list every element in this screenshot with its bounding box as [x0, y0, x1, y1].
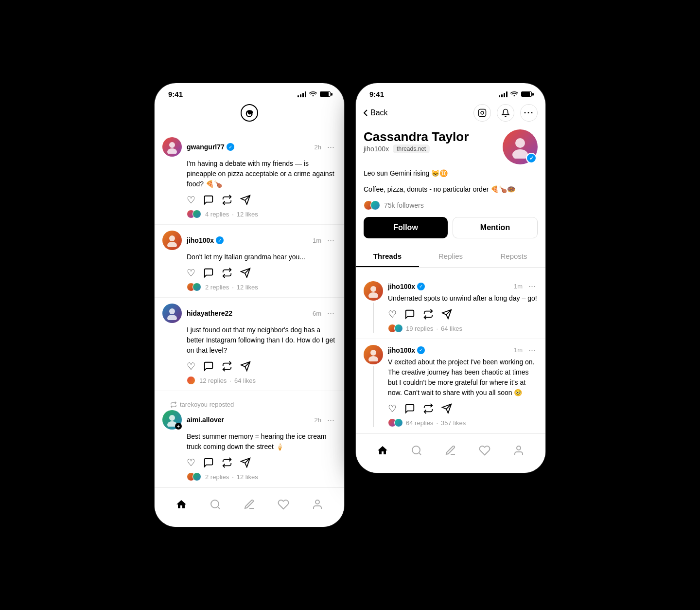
post-1-body: I'm having a debate with my friends — is…	[187, 159, 336, 206]
nav-likes-1[interactable]	[273, 494, 294, 515]
username-hidayathere22[interactable]: hidayathere22	[187, 309, 232, 317]
post-3-more[interactable]: ···	[325, 308, 336, 319]
nav-compose-2[interactable]	[440, 440, 461, 461]
tab-reposts[interactable]: Reposts	[482, 246, 545, 267]
follower-avatar-2	[370, 200, 380, 210]
pp2-like[interactable]: ♡	[388, 403, 397, 414]
battery-icon-2	[521, 91, 532, 97]
post-2-actions: ♡	[187, 267, 336, 279]
notification-button[interactable]	[497, 104, 514, 122]
stats-avatar-1b	[192, 210, 201, 218]
pp1-like[interactable]: ♡	[388, 308, 397, 320]
reply-btn-4[interactable]	[203, 457, 214, 468]
pp1-replies: 19 replies	[406, 325, 433, 332]
pp2-share[interactable]	[441, 403, 452, 414]
post-2-stats-avatars	[187, 283, 201, 291]
mention-button[interactable]: Mention	[453, 217, 538, 238]
share-btn-2[interactable]	[240, 267, 251, 279]
tab-threads[interactable]: Threads	[356, 246, 419, 267]
nav-profile-2[interactable]	[508, 440, 529, 461]
post-2-time: 1m	[313, 237, 321, 244]
like-btn-4[interactable]: ♡	[187, 457, 195, 468]
pp2-content: jiho100x ✓ 1m ··· V excited about the pr…	[388, 345, 538, 427]
pp2-more[interactable]: ···	[526, 345, 538, 355]
back-button[interactable]: Back	[364, 108, 388, 117]
pp2-reply[interactable]	[404, 403, 415, 414]
nav-profile-1[interactable]	[307, 494, 328, 515]
threads-badge: threads.net	[393, 144, 430, 153]
like-btn-1[interactable]: ♡	[187, 194, 195, 206]
repost-btn-3[interactable]	[222, 360, 232, 372]
stats-avatar-2b	[192, 283, 201, 291]
feed-content: gwangurl77 ✓ 2h ··· I'm having a debate …	[155, 131, 344, 487]
more-options-button[interactable]: ···	[520, 104, 538, 122]
instagram-button[interactable]	[473, 104, 491, 122]
post-3: hidayathere22 6m ··· I just found out th…	[155, 298, 344, 391]
pp1-user: jiho100x ✓	[388, 283, 425, 290]
reply-btn-1[interactable]	[203, 194, 214, 206]
pp2-meta: 1m ···	[514, 345, 538, 355]
back-label: Back	[370, 108, 388, 117]
nav-home-1[interactable]	[171, 494, 192, 515]
tab-replies[interactable]: Replies	[419, 246, 482, 267]
profile-handle-row: jiho100x threads.net	[364, 144, 469, 153]
nav-search-1[interactable]	[205, 494, 226, 515]
nav-compose-1[interactable]	[239, 494, 260, 515]
pp1-stats: 19 replies · 64 likes	[388, 324, 538, 333]
svg-point-28	[370, 350, 376, 356]
post-4-time: 2h	[315, 416, 321, 424]
pp1-left	[364, 281, 383, 333]
svg-point-22	[515, 138, 525, 148]
pp2-username[interactable]: jiho100x	[388, 346, 415, 354]
nav-likes-2[interactable]	[474, 440, 495, 461]
post-1-userinfo: gwangurl77 ✓	[187, 143, 234, 151]
post-4-stats: 2 replies · 12 likes	[187, 472, 336, 481]
pp1-verified: ✓	[417, 283, 425, 290]
post-2-dot: ·	[232, 284, 234, 291]
profile-nav: Back ···	[356, 102, 545, 126]
post-3-likes: 64 likes	[234, 377, 256, 384]
username-gwangurl77[interactable]: gwangurl77	[187, 143, 225, 151]
post-2-more[interactable]: ···	[325, 235, 336, 246]
repost-btn-2[interactable]	[222, 267, 232, 279]
svg-point-5	[169, 235, 175, 241]
pp1-share[interactable]	[441, 308, 452, 320]
username-aimi-allover[interactable]: aimi.allover	[187, 416, 224, 424]
post-4-more[interactable]: ···	[325, 415, 336, 425]
repost-btn-1[interactable]	[222, 194, 232, 206]
nav-search-2[interactable]	[406, 440, 427, 461]
pp1-repost[interactable]	[423, 308, 434, 320]
follow-button[interactable]: Follow	[364, 217, 448, 238]
share-btn-3[interactable]	[240, 360, 251, 372]
pp2-repost[interactable]	[423, 403, 434, 414]
post-4-userinfo: aimi.allover	[187, 416, 224, 424]
pp1-reply[interactable]	[404, 308, 415, 320]
post-1-stats-avatars	[187, 210, 201, 218]
pp1-avatar	[364, 281, 383, 301]
share-btn-1[interactable]	[240, 194, 251, 206]
like-btn-2[interactable]: ♡	[187, 267, 195, 279]
profile-buttons: Follow Mention	[364, 217, 538, 238]
pp1-username[interactable]: jiho100x	[388, 283, 415, 290]
pp2-thread-line	[373, 366, 374, 427]
stats-avatar-3a	[187, 376, 195, 385]
like-btn-3[interactable]: ♡	[187, 360, 195, 372]
username-jiho100x[interactable]: jiho100x	[187, 236, 214, 244]
feed-header	[155, 102, 344, 131]
reply-btn-2[interactable]	[203, 267, 214, 279]
pp1-text: Underrated spots to unwind after a long …	[388, 293, 538, 304]
nav-home-2[interactable]	[372, 440, 393, 461]
status-bar-1: 9:41	[155, 83, 344, 102]
post-4-stats-avatars	[187, 472, 201, 481]
svg-point-29	[368, 356, 378, 361]
repost-btn-4[interactable]	[222, 457, 232, 468]
pp1-more[interactable]: ···	[526, 281, 538, 291]
avatar-gwangurl77	[162, 137, 182, 157]
profile-name: Cassandra Taylor	[364, 129, 469, 144]
post-3-userinfo: hidayathere22	[187, 309, 232, 317]
post-1-replies: 4 replies	[205, 211, 229, 218]
reply-btn-3[interactable]	[203, 360, 214, 372]
post-3-header: hidayathere22 6m ···	[162, 304, 336, 323]
post-1-more[interactable]: ···	[325, 142, 336, 152]
share-btn-4[interactable]	[240, 457, 251, 468]
